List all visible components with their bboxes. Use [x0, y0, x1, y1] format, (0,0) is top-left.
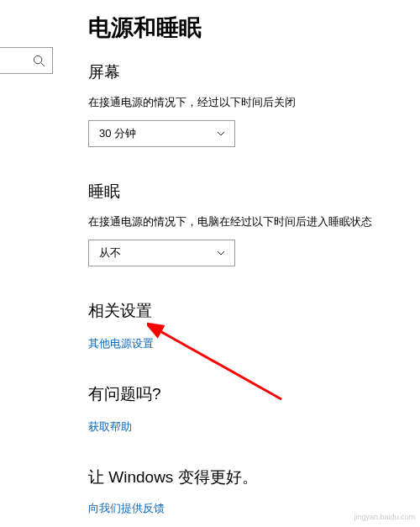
related-heading: 相关设置 [88, 300, 407, 322]
get-help-link[interactable]: 获取帮助 [88, 419, 132, 435]
watermark: jingyan.baidu.com [354, 513, 415, 522]
sleep-timeout-dropdown[interactable]: 从不 [88, 240, 235, 266]
svg-line-1 [41, 62, 45, 66]
settings-content: 电源和睡眠 屏幕 在接通电源的情况下，经过以下时间后关闭 30 分钟 睡眠 在接… [88, 13, 407, 527]
sleep-description: 在接通电源的情况下，电脑在经过以下时间后进入睡眠状态 [88, 214, 407, 229]
other-power-settings-link[interactable]: 其他电源设置 [88, 336, 154, 351]
question-heading: 有问题吗? [88, 383, 407, 405]
page-title: 电源和睡眠 [88, 13, 407, 43]
screen-description: 在接通电源的情况下，经过以下时间后关闭 [88, 95, 407, 110]
better-heading: 让 Windows 变得更好。 [88, 466, 407, 488]
screen-timeout-dropdown[interactable]: 30 分钟 [88, 120, 235, 147]
feedback-link[interactable]: 向我们提供反馈 [88, 501, 165, 516]
screen-heading: 屏幕 [88, 61, 407, 83]
svg-point-0 [34, 55, 41, 63]
chevron-down-icon [216, 129, 226, 139]
chevron-down-icon [216, 248, 226, 258]
search-icon [33, 55, 45, 67]
sleep-heading: 睡眠 [88, 181, 407, 203]
search-input[interactable] [0, 47, 53, 74]
sleep-timeout-value: 从不 [99, 245, 121, 261]
screen-timeout-value: 30 分钟 [99, 126, 136, 141]
